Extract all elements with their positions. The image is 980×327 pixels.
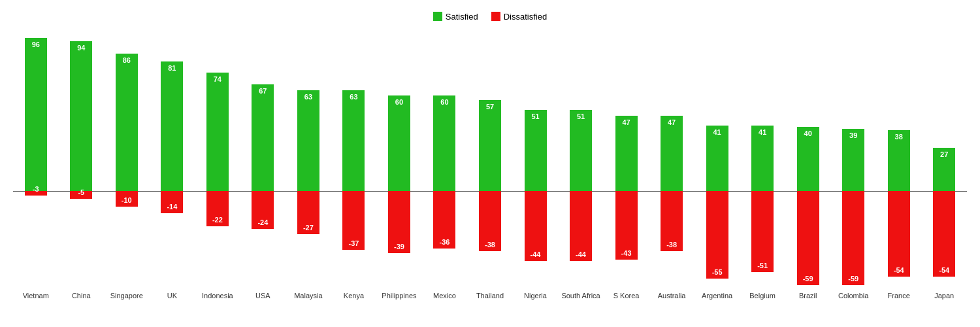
country-label: Vietnam xyxy=(23,292,49,300)
bar-group: 60-39Philippines xyxy=(388,31,410,286)
bar-positive: 39 xyxy=(842,129,864,191)
bar-group: 27-54Japan xyxy=(933,31,955,286)
country-label: Brazil xyxy=(799,292,817,300)
country-label: USA xyxy=(255,292,270,300)
bar-positive: 63 xyxy=(297,90,319,191)
legend: Satisfied Dissatisfied xyxy=(13,7,967,26)
country-label: Japan xyxy=(934,292,954,300)
country-label: Nigeria xyxy=(524,292,547,300)
dissatisfied-label: Dissatisfied xyxy=(504,12,547,22)
bars-container: 96-3Vietnam94-5China86-10Singapore81-14U… xyxy=(13,31,967,286)
bar-positive: 47 xyxy=(615,116,638,191)
bar-positive: 81 xyxy=(161,61,183,191)
bar-positive: 41 xyxy=(706,126,728,191)
bar-group: 94-5China xyxy=(70,31,92,286)
country-label: Malaysia xyxy=(294,292,322,300)
bar-positive: 63 xyxy=(342,90,365,191)
chart-area: 96-3Vietnam94-5China86-10Singapore81-14U… xyxy=(13,31,967,286)
bar-positive: 40 xyxy=(797,127,819,191)
bar-positive: 96 xyxy=(25,38,47,191)
bar-negative: -38 xyxy=(661,191,683,251)
bar-group: 63-27Malaysia xyxy=(297,31,319,286)
bar-positive: 51 xyxy=(525,110,547,191)
bar-negative: -5 xyxy=(70,191,92,199)
bar-group: 63-37Kenya xyxy=(342,31,365,286)
legend-dissatisfied: Dissatisfied xyxy=(491,12,547,22)
bar-negative: -24 xyxy=(252,191,274,229)
dissatisfied-color-box xyxy=(491,12,500,21)
bar-positive: 51 xyxy=(570,110,592,191)
bar-negative: -59 xyxy=(797,191,819,285)
bar-group: 40-59Brazil xyxy=(797,31,819,286)
bar-negative: -44 xyxy=(570,191,592,261)
country-label: South Africa xyxy=(561,292,600,300)
legend-satisfied: Satisfied xyxy=(433,12,478,22)
bar-group: 47-38Australia xyxy=(661,31,683,286)
country-label: S Korea xyxy=(613,292,640,300)
bar-negative: -14 xyxy=(161,191,183,213)
country-label: Argentina xyxy=(702,292,732,300)
country-label: Thailand xyxy=(476,292,504,300)
bar-negative: -39 xyxy=(388,191,410,253)
bar-negative: -38 xyxy=(479,191,501,251)
bar-group: 81-14UK xyxy=(161,31,183,286)
bar-negative: -37 xyxy=(342,191,365,250)
bar-positive: 74 xyxy=(206,73,229,191)
country-label: Kenya xyxy=(344,292,364,300)
bar-positive: 67 xyxy=(252,84,274,191)
bar-group: 47-43S Korea xyxy=(615,31,638,286)
bar-group: 41-55Argentina xyxy=(706,31,728,286)
bar-group: 41-51Belgium xyxy=(751,31,774,286)
bar-positive: 60 xyxy=(433,95,455,191)
bar-positive: 57 xyxy=(479,100,501,191)
chart-container: Satisfied Dissatisfied 96-3Vietnam94-5Ch… xyxy=(0,0,980,327)
bar-group: 39-59Colombia xyxy=(842,31,864,286)
bar-negative: -51 xyxy=(751,191,774,272)
bar-negative: -43 xyxy=(615,191,638,260)
bar-group: 38-54France xyxy=(888,31,910,286)
bar-negative: -3 xyxy=(25,191,47,196)
country-label: Mexico xyxy=(433,292,456,300)
bar-negative: -54 xyxy=(933,191,955,277)
country-label: Australia xyxy=(658,292,686,300)
country-label: Philippines xyxy=(382,292,416,300)
country-label: China xyxy=(72,292,91,300)
bar-group: 96-3Vietnam xyxy=(25,31,47,286)
bar-negative: -36 xyxy=(433,191,455,249)
bar-positive: 41 xyxy=(751,126,774,191)
bar-negative: -22 xyxy=(206,191,229,226)
country-label: Indonesia xyxy=(202,292,233,300)
country-label: Belgium xyxy=(749,292,776,300)
country-label: France xyxy=(888,292,910,300)
bar-positive: 47 xyxy=(661,116,683,191)
bar-group: 74-22Indonesia xyxy=(206,31,229,286)
bar-positive: 38 xyxy=(888,130,910,191)
bar-group: 86-10Singapore xyxy=(116,31,138,286)
bar-negative: -44 xyxy=(525,191,547,261)
satisfied-color-box xyxy=(433,12,442,21)
bar-group: 57-38Thailand xyxy=(479,31,501,286)
bar-positive: 86 xyxy=(116,54,138,191)
bar-positive: 60 xyxy=(388,95,410,191)
bar-negative: -59 xyxy=(842,191,864,285)
country-label: Singapore xyxy=(110,292,143,300)
bar-positive: 94 xyxy=(70,41,92,191)
bar-negative: -54 xyxy=(888,191,910,277)
bar-negative: -55 xyxy=(706,191,728,279)
bar-positive: 27 xyxy=(933,148,955,191)
country-label: Colombia xyxy=(838,292,868,300)
bar-group: 60-36Mexico xyxy=(433,31,455,286)
satisfied-label: Satisfied xyxy=(446,12,478,22)
bar-group: 51-44South Africa xyxy=(570,31,592,286)
bar-group: 51-44Nigeria xyxy=(525,31,547,286)
bar-negative: -10 xyxy=(116,191,138,207)
bar-negative: -27 xyxy=(297,191,319,234)
bar-group: 67-24USA xyxy=(252,31,274,286)
country-label: UK xyxy=(167,292,177,300)
